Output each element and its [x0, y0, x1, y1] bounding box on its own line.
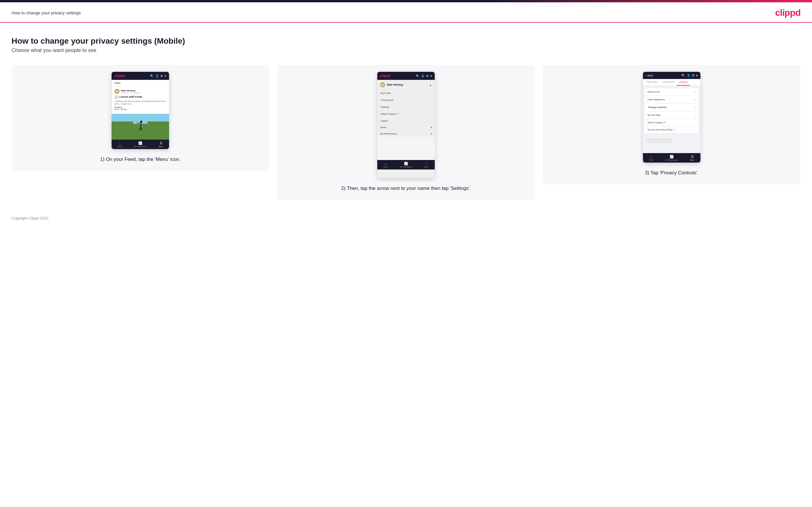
- chevron-down-icon: ▾: [696, 74, 698, 77]
- copyright-text: Copyright Clippd 2022: [11, 216, 49, 220]
- phone2-menu-nav: ✕ Menu: [424, 162, 429, 168]
- phone3-icons: 🔍 👤 ⚙ ▾: [681, 74, 698, 77]
- phone2-home-label: Home: [380, 126, 386, 129]
- home-icon: ⌂: [119, 142, 121, 145]
- tab-my-profile[interactable]: My Profile: [645, 79, 660, 86]
- phone3-home-nav: ⌂ Home: [649, 155, 654, 161]
- phone1-icons: 🔍 👤 ⚙ ▾: [150, 74, 166, 77]
- phone2-chevron-up: ▲: [429, 83, 432, 87]
- menu-label: Menu: [424, 166, 429, 168]
- phone1-logo: clippd: [114, 74, 124, 78]
- home-icon: ⌂: [385, 162, 387, 165]
- phone3-my-account[interactable]: My Account ›: [645, 88, 699, 95]
- phone3-sql-version: SQL Server Version: 2022.7.30-1: [646, 141, 697, 143]
- phone-screen-2: clippd 🔍 👤 ⚙ ▾ BM Blair McHarg ▲: [377, 72, 435, 178]
- settings-icon: ⚙: [426, 74, 429, 77]
- performance-icon: 📈: [404, 162, 408, 165]
- phone2-my-profile: My Profile: [377, 90, 435, 97]
- tab-connections[interactable]: Connections: [660, 79, 677, 86]
- step-2-card: clippd 🔍 👤 ⚙ ▾ BM Blair McHarg ▲: [277, 65, 535, 200]
- tab-settings[interactable]: Settings: [677, 79, 690, 86]
- phone2-user-row: BM Blair McHarg ▲: [377, 80, 435, 90]
- phone3-help-support[interactable]: Help & Support ↗: [645, 119, 699, 126]
- phone1-home-nav: ⌂ Home: [117, 142, 122, 147]
- phone2-logout: Logout: [377, 117, 435, 124]
- phone1-lesson-title: Lesson with Fordy: [114, 95, 166, 99]
- phone3-nav-top: ‹ Back 🔍 👤 ⚙ ▾: [643, 72, 701, 79]
- menu-icon: ☰: [160, 141, 162, 145]
- home-label: Home: [649, 159, 654, 161]
- phone1-date: Yesterday · Sunningdale: [121, 92, 140, 94]
- page-subtitle: Choose what you want people to see: [11, 47, 801, 53]
- lesson-icon: [114, 95, 118, 99]
- phone1-lesson-text: Looking to feel like my hands are exitin…: [114, 100, 166, 105]
- service-privacy-label: Service & Privacy Policy ↗: [648, 128, 675, 131]
- golfer-svg: [133, 117, 148, 137]
- footer: Copyright Clippd 2022: [0, 209, 812, 227]
- logo[interactable]: clippd: [775, 7, 801, 18]
- phone3-version-info: Clippd Client Version: 2022.8.3-3 SQL Se…: [643, 135, 701, 145]
- chevron-right-icon: ›: [695, 98, 696, 101]
- phone2-icons: 🔍 👤 ⚙ ▾: [416, 74, 432, 77]
- privacy-controls-label: Privacy Controls: [648, 106, 667, 109]
- phone-screen-3: ‹ Back 🔍 👤 ⚙ ▾ My Profile Connections Se…: [643, 72, 701, 163]
- phone1-bottom-nav: ⌂ Home 📈 My Performance ☰ Menu: [111, 139, 169, 149]
- breadcrumb: How to change your privacy settings: [11, 10, 81, 15]
- phone2-help-support: Help & Support ↗: [377, 111, 435, 117]
- chevron-right-icon: ›: [695, 106, 696, 109]
- home-label: Home: [383, 166, 388, 168]
- svg-rect-1: [133, 124, 148, 137]
- phone3-privacy-controls[interactable]: Privacy Controls ›: [645, 104, 699, 111]
- page-title: How to change your privacy settings (Mob…: [11, 37, 801, 46]
- search-icon: 🔍: [681, 74, 685, 77]
- settings-icon: ⚙: [160, 74, 163, 77]
- phone2-spacer: [377, 137, 435, 160]
- user-icon: 👤: [155, 74, 159, 77]
- my-account-label: My Account: [648, 91, 659, 93]
- menu-label: Menu: [690, 159, 695, 161]
- menu-label: Menu: [159, 146, 163, 147]
- step-1-card: clippd 🔍 👤 ⚙ ▾ Feed BM Blair McHar: [11, 65, 269, 171]
- phone1-duration: Duration01 hr : 30 min: [114, 106, 166, 110]
- phone1-performance-nav: 📈 My Performance: [134, 141, 147, 147]
- phone1-post-header: BM Blair McHarg Yesterday · Sunningdale: [114, 89, 166, 94]
- top-accent-bar: [0, 0, 812, 2]
- step-3-caption: 3) Tap 'Privacy Controls'.: [645, 169, 699, 176]
- phone2-connections: Connections: [377, 97, 435, 104]
- phone2-performance-chevron: ▾: [431, 132, 432, 135]
- chevron-down-icon: ▾: [430, 74, 432, 77]
- phone2-nav-top: clippd 🔍 👤 ⚙ ▾: [377, 72, 435, 80]
- steps-container: clippd 🔍 👤 ⚙ ▾ Feed BM Blair McHar: [11, 65, 801, 200]
- chevron-right-icon: ›: [695, 90, 696, 93]
- data-integrations-label: Data Integrations: [648, 98, 665, 101]
- phone-screen-1: clippd 🔍 👤 ⚙ ▾ Feed BM Blair McHar: [111, 72, 169, 149]
- menu-icon: ☰: [691, 155, 694, 159]
- phone3-performance-nav: 📈 My Performance: [665, 155, 678, 161]
- phone1-username: Blair McHarg: [121, 89, 140, 92]
- phone3-my-golf-bag[interactable]: My Golf Bag ›: [645, 111, 699, 119]
- phone1-nav-top: clippd 🔍 👤 ⚙ ▾: [111, 72, 169, 80]
- home-label: Home: [117, 146, 122, 147]
- chevron-right-icon: ›: [695, 113, 696, 117]
- svg-point-2: [140, 121, 142, 123]
- phone2-home-nav: ⌂ Home: [383, 162, 388, 168]
- phone2-performance-nav: 📈 My Performance: [400, 162, 412, 168]
- phone1-golf-image: [111, 114, 169, 139]
- step-1-caption: 1) On your Feed, tap the 'Menu' icon.: [100, 156, 181, 163]
- phone2-bottom-nav: ⌂ Home 📈 My Performance ✕ Menu: [377, 160, 435, 169]
- phone1-post: BM Blair McHarg Yesterday · Sunningdale …: [111, 87, 169, 114]
- phone2-settings: Settings: [377, 104, 435, 111]
- phone3-data-integrations[interactable]: Data Integrations ›: [645, 96, 699, 103]
- main-content: How to change your privacy settings (Mob…: [0, 23, 812, 209]
- settings-icon: ⚙: [692, 74, 695, 77]
- phone3-client-version: Clippd Client Version: 2022.8.3-3: [646, 138, 697, 141]
- help-support-label: Help & Support ↗: [648, 121, 666, 124]
- phone2-home-section: Home ▾: [377, 124, 435, 131]
- phone3-spacer: [643, 145, 701, 153]
- phone2-logo: clippd: [380, 74, 390, 78]
- my-golf-bag-label: My Golf Bag: [648, 114, 660, 116]
- phone2-content: clippd 🔍 👤 ⚙ ▾ BM Blair McHarg ▲: [377, 72, 435, 169]
- header: How to change your privacy settings clip…: [0, 2, 812, 23]
- phone1-avatar: BM: [114, 89, 119, 94]
- phone3-service-privacy[interactable]: Service & Privacy Policy ↗: [645, 126, 699, 133]
